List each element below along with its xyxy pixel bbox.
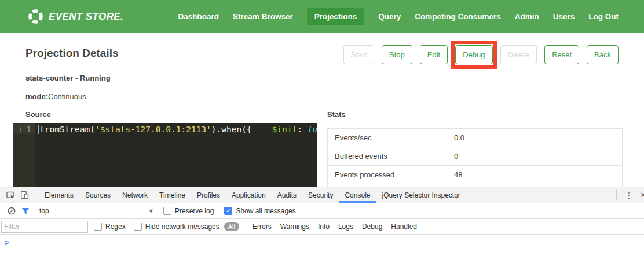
log-level-filters: Errors Warnings Info Logs Debug Handled xyxy=(253,223,417,231)
edit-button[interactable]: Edit xyxy=(420,45,448,64)
eventstore-logo: EVENT STORE. xyxy=(28,9,123,24)
code-segment: fromStream( xyxy=(39,125,95,134)
devtools-panel: Elements Sources Network Timeline Profil… xyxy=(0,187,644,255)
preserve-log-checkbox[interactable] xyxy=(163,207,171,215)
execution-context-selector[interactable]: top ▼ xyxy=(39,207,153,215)
mode-label: mode: xyxy=(25,92,48,101)
back-button[interactable]: Back xyxy=(587,45,619,64)
show-all-messages-control: ✓ Show all messages xyxy=(224,207,295,215)
gutter-info-icon: i xyxy=(18,125,23,134)
stat-label: Buffered events xyxy=(328,147,447,166)
show-all-messages-label[interactable]: Show all messages xyxy=(236,207,295,215)
preserve-log-label[interactable]: Preserve log xyxy=(175,207,214,215)
stat-label: Events/sec xyxy=(328,129,447,147)
stat-label: Events processed xyxy=(328,166,447,184)
hide-network-messages-label[interactable]: Hide network messages xyxy=(145,223,219,231)
stop-button[interactable]: Stop xyxy=(382,45,412,64)
filter-debug[interactable]: Debug xyxy=(362,223,382,231)
line-number: 1 xyxy=(26,125,31,134)
filter-handled[interactable]: Handled xyxy=(391,223,417,231)
filter-info[interactable]: Info xyxy=(318,223,330,231)
tab-timeline[interactable]: Timeline xyxy=(153,188,191,203)
devtools-window-controls: ⋮ ✕ xyxy=(613,190,644,200)
filter-all-badge[interactable]: All xyxy=(224,222,239,231)
devtools-menu-icon[interactable]: ⋮ xyxy=(620,191,638,200)
stat-value: 48 xyxy=(447,166,623,184)
start-button[interactable]: Start xyxy=(343,45,374,64)
device-toolbar-icon[interactable] xyxy=(17,189,31,201)
projection-status: stats-counter - Running xyxy=(25,74,111,82)
regex-checkbox[interactable] xyxy=(94,223,102,231)
editor-gutter: i 1 xyxy=(13,123,35,187)
code-segment-property: $init xyxy=(272,125,298,134)
nav-item-stream-browser[interactable]: Stream Browser xyxy=(233,12,293,21)
projection-mode: mode:Continuous xyxy=(25,92,86,101)
chevron-down-icon: ▼ xyxy=(149,209,153,214)
filter-logs[interactable]: Logs xyxy=(338,223,353,231)
delete-button[interactable]: Delete xyxy=(500,45,537,64)
filter-warnings[interactable]: Warnings xyxy=(280,223,309,231)
hide-network-messages-checkbox[interactable] xyxy=(134,223,142,231)
nav-item-competing-consumers[interactable]: Competing Consumers xyxy=(415,12,501,21)
toolbar-separator xyxy=(243,222,243,232)
mode-value: Continuous xyxy=(48,92,86,101)
stat-value: 0.0 xyxy=(447,129,623,147)
devtools-close-icon[interactable]: ✕ xyxy=(638,191,644,199)
projection-details-page: Projection Details Start Stop Edit Debug… xyxy=(0,33,644,187)
filter-input[interactable] xyxy=(1,221,88,233)
toolbar-separator xyxy=(35,190,35,200)
code-segment xyxy=(252,125,272,134)
eventstore-logo-icon xyxy=(28,9,43,24)
stat-value: 0 xyxy=(447,147,623,166)
table-row: Events processed 48 xyxy=(328,166,623,184)
table-row: Events/sec 0.0 xyxy=(328,129,623,147)
code-segment: ).when({ xyxy=(211,125,252,134)
nav-item-users[interactable]: Users xyxy=(553,12,575,21)
filter-errors[interactable]: Errors xyxy=(253,223,272,231)
regex-label[interactable]: Regex xyxy=(105,223,126,231)
nav-item-projections[interactable]: Projections xyxy=(307,8,365,26)
console-prompt-icon[interactable]: > xyxy=(5,238,9,247)
nav-item-admin[interactable]: Admin xyxy=(515,12,539,21)
nav-item-query[interactable]: Query xyxy=(378,12,401,21)
filter-icon[interactable] xyxy=(19,205,32,217)
clear-console-icon[interactable] xyxy=(5,205,19,217)
code-segment-string: '$stats-127.0.0.1:2113' xyxy=(95,125,211,134)
check-icon: ✓ xyxy=(226,208,230,214)
devtools-tab-bar: Elements Sources Network Timeline Profil… xyxy=(0,187,644,203)
editor-code-line[interactable]: fromStream('$stats-127.0.0.1:2113').when… xyxy=(35,123,317,187)
tab-sources[interactable]: Sources xyxy=(79,188,116,203)
source-code-editor[interactable]: i 1 fromStream('$stats-127.0.0.1:2113').… xyxy=(13,123,317,187)
main-nav: Dashboard Stream Browser Projections Que… xyxy=(178,8,619,26)
hide-network-control: Hide network messages xyxy=(134,223,219,231)
top-navbar: EVENT STORE. Dashboard Stream Browser Pr… xyxy=(0,0,644,33)
nav-item-logout[interactable]: Log Out xyxy=(588,12,619,21)
tab-audits[interactable]: Audits xyxy=(272,188,302,203)
table-row: Buffered events 0 xyxy=(328,147,623,166)
tab-elements[interactable]: Elements xyxy=(39,188,79,203)
code-segment-keyword: fu xyxy=(308,125,317,134)
tab-profiles[interactable]: Profiles xyxy=(191,188,226,203)
page-title: Projection Details xyxy=(25,47,119,60)
tab-jquery-selector-inspector[interactable]: jQuery Selector Inspector xyxy=(376,188,466,203)
regex-control: Regex xyxy=(94,223,126,231)
code-segment: : xyxy=(297,125,307,134)
context-value: top xyxy=(39,207,49,215)
tab-security[interactable]: Security xyxy=(302,188,339,203)
inspect-element-icon[interactable] xyxy=(3,189,17,201)
nav-item-dashboard[interactable]: Dashboard xyxy=(178,12,219,21)
toolbar-separator xyxy=(616,190,617,200)
console-toolbar: top ▼ Preserve log ✓ Show all messages xyxy=(0,203,644,219)
tab-console[interactable]: Console xyxy=(339,188,376,203)
debug-highlight-box: Debug xyxy=(455,45,492,64)
eventstore-logo-text: EVENT STORE. xyxy=(49,11,123,23)
debug-button[interactable]: Debug xyxy=(455,45,492,64)
stats-section-label: Stats xyxy=(327,110,346,119)
show-all-messages-checkbox[interactable]: ✓ xyxy=(224,207,232,215)
reset-button[interactable]: Reset xyxy=(544,45,579,64)
console-output-area[interactable]: > xyxy=(0,235,644,255)
action-button-row: Start Stop Edit Debug Delete Reset Back xyxy=(343,45,619,64)
console-filter-bar: Regex Hide network messages All Errors W… xyxy=(0,219,644,235)
tab-application[interactable]: Application xyxy=(226,188,272,203)
tab-network[interactable]: Network xyxy=(116,188,153,203)
